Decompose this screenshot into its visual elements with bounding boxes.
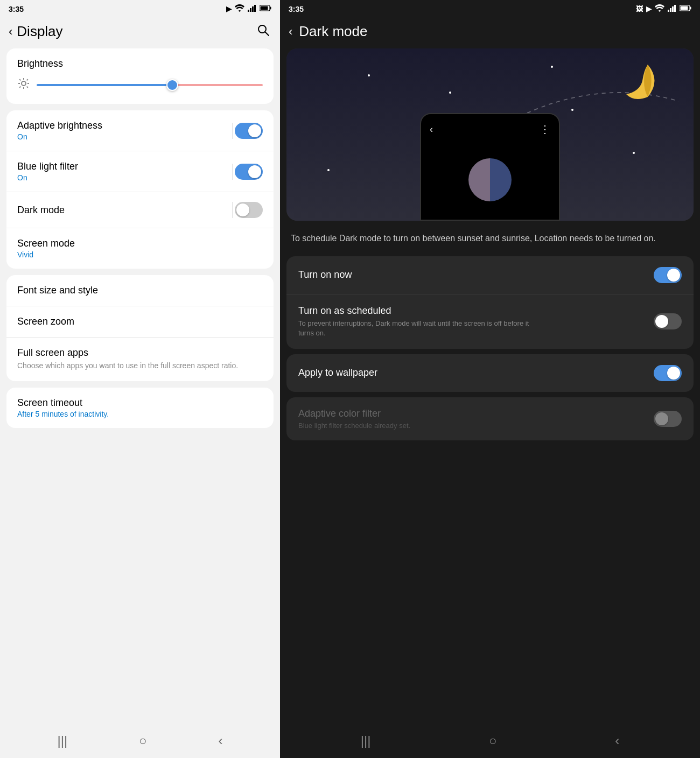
brightness-thumb[interactable] [166, 79, 178, 91]
brightness-row [17, 77, 263, 93]
toggle-thumb-on [667, 269, 680, 282]
adaptive-brightness-item: Adaptive brightness On [6, 110, 274, 151]
screen-timeout-sublabel: After 5 minutes of inactivity. [17, 410, 109, 418]
full-screen-sublabel: Choose which apps you want to use in the… [17, 361, 238, 371]
dark-mode-toggle[interactable] [235, 202, 263, 218]
svg-rect-21 [674, 5, 676, 12]
left-header: ‹ Display [0, 18, 280, 48]
screen-mode-label-group: Screen mode Vivid [17, 238, 75, 259]
turn-on-scheduled-toggle[interactable] [654, 313, 682, 329]
svg-rect-5 [270, 7, 271, 10]
font-size-item[interactable]: Font size and style [6, 275, 274, 306]
dark-info-text: To schedule Dark mode to turn on between… [280, 221, 700, 254]
full-screen-item[interactable]: Full screen apps Choose which apps you w… [6, 338, 274, 381]
adaptive-brightness-label-group: Adaptive brightness On [17, 120, 102, 141]
blue-light-toggle-group [232, 164, 263, 180]
right-home-button[interactable]: ○ [489, 733, 497, 748]
toggle-thumb-3 [236, 203, 249, 216]
left-header-left: ‹ Display [9, 23, 63, 40]
turn-on-scheduled-label: Turn on as scheduled [298, 305, 541, 317]
screen-zoom-label: Screen zoom [17, 316, 74, 327]
left-status-bar: 3:35 ▶ [0, 0, 280, 18]
apply-wallpaper-card: Apply to wallpaper [286, 354, 694, 392]
recent-apps-button[interactable]: ||| [57, 733, 67, 748]
turn-on-scheduled-label-group: Turn on as scheduled To prevent interrup… [298, 305, 541, 338]
full-screen-label-group: Full screen apps Choose which apps you w… [17, 347, 238, 371]
blue-light-toggle[interactable] [235, 164, 263, 180]
svg-line-14 [19, 79, 20, 80]
blue-light-label-group: Blue light filter On [17, 161, 78, 182]
screen-timeout-item[interactable]: Screen timeout After 5 minutes of inacti… [6, 388, 274, 428]
right-page-title: Dark mode [299, 23, 367, 40]
toggle-thumb-wallpaper [667, 367, 680, 380]
svg-rect-20 [672, 6, 674, 12]
screen-mode-item[interactable]: Screen mode Vivid [6, 228, 274, 269]
screen-timeout-label-group: Screen timeout After 5 minutes of inacti… [17, 397, 109, 418]
screen-timeout-label: Screen timeout [17, 397, 109, 409]
right-header: ‹ Dark mode [280, 18, 700, 48]
battery-icon [260, 5, 271, 13]
adaptive-color-label-group: Adaptive color filter Blue light filter … [298, 408, 410, 430]
phone-preview-nav: ‹ ⋮ [421, 118, 559, 140]
back-nav-button[interactable]: ‹ [219, 733, 223, 748]
turn-on-now-item: Turn on now [286, 256, 694, 294]
home-button[interactable]: ○ [139, 733, 147, 748]
turn-on-now-toggle[interactable] [654, 267, 682, 283]
adaptive-color-toggle [654, 411, 682, 427]
right-bottom-nav: ||| ○ ‹ [280, 724, 700, 758]
right-panel: 3:35 🖼 ▶ ‹ Dark mode [280, 0, 700, 758]
svg-rect-24 [681, 6, 688, 10]
adaptive-brightness-toggle-group [232, 123, 263, 139]
svg-line-17 [19, 87, 20, 88]
left-time: 3:35 [9, 5, 24, 13]
blue-light-sublabel: On [17, 173, 78, 182]
screen-timeout-card: Screen timeout After 5 minutes of inacti… [6, 388, 274, 428]
right-wifi-icon [655, 4, 664, 13]
dark-mode-item[interactable]: Dark mode [6, 192, 274, 228]
adaptive-brightness-label: Adaptive brightness [17, 120, 102, 131]
right-recent-apps-button[interactable]: ||| [361, 733, 371, 748]
screen-zoom-item[interactable]: Screen zoom [6, 306, 274, 338]
circle-left [468, 158, 490, 201]
adaptive-brightness-toggle[interactable] [235, 123, 263, 139]
toggle-thumb [248, 124, 261, 137]
right-back-button[interactable]: ‹ [289, 25, 292, 39]
adaptive-color-card: Adaptive color filter Blue light filter … [286, 397, 694, 440]
separator-line-2 [232, 164, 233, 180]
apply-wallpaper-label: Apply to wallpaper [298, 367, 377, 378]
right-signal-icon [668, 4, 676, 13]
turn-on-scheduled-item: Turn on as scheduled To prevent interrup… [286, 294, 694, 349]
svg-rect-6 [261, 6, 268, 10]
wifi-icon [235, 4, 244, 13]
svg-rect-23 [690, 7, 691, 10]
right-time: 3:35 [289, 5, 304, 13]
right-status-bar: 3:35 🖼 ▶ [280, 0, 700, 18]
apply-wallpaper-toggle[interactable] [654, 365, 682, 381]
right-status-icons: 🖼 ▶ [636, 4, 691, 13]
apply-wallpaper-item: Apply to wallpaper [286, 354, 694, 392]
phone-preview-inner: ‹ ⋮ [421, 114, 559, 220]
search-button[interactable] [257, 24, 269, 39]
play-icon: ▶ [226, 5, 232, 13]
right-battery-icon [680, 5, 691, 13]
back-button[interactable]: ‹ [9, 25, 12, 39]
signal-icon [248, 4, 256, 13]
svg-rect-2 [252, 6, 254, 12]
left-panel: 3:35 ▶ ‹ Display Brightness [0, 0, 280, 758]
moon-icon [618, 59, 661, 102]
brightness-label: Brightness [17, 58, 263, 69]
svg-line-16 [27, 79, 28, 80]
brightness-slider[interactable] [37, 84, 263, 86]
dark-mode-banner: ‹ ⋮ [286, 48, 694, 221]
moon-scene: ‹ ⋮ [286, 48, 694, 221]
phone-preview: ‹ ⋮ [420, 113, 560, 221]
screen-mode-label: Screen mode [17, 238, 75, 249]
adaptive-color-sublabel: Blue light filter schedule already set. [298, 422, 410, 430]
svg-line-8 [265, 32, 269, 36]
gallery-icon: 🖼 [636, 5, 643, 13]
left-settings-content: Brightness Adaptive brightness On [0, 48, 280, 724]
dark-mode-toggle-group [232, 202, 263, 218]
right-back-nav-button[interactable]: ‹ [615, 733, 619, 748]
adaptive-color-item: Adaptive color filter Blue light filter … [286, 397, 694, 440]
toggle-thumb-2 [248, 165, 261, 178]
